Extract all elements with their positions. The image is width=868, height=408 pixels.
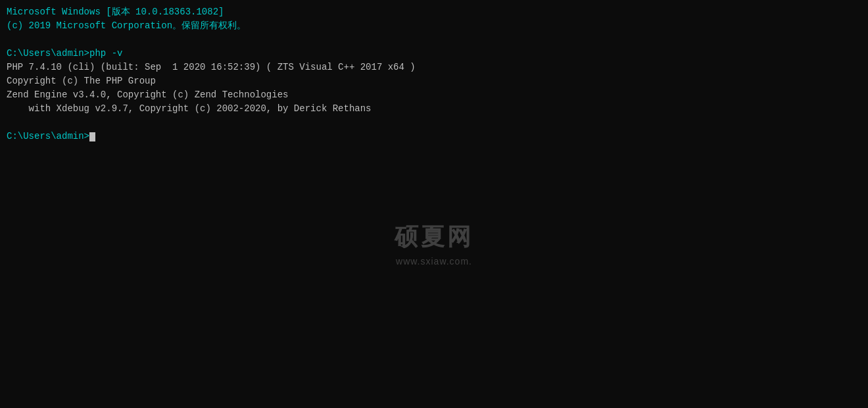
terminal-line-win-copyright: (c) 2019 Microsoft Corporation。保留所有权利。 [7,19,861,33]
terminal-cursor [89,132,95,141]
terminal-line-prompt: C:\Users\admin> [7,130,861,143]
watermark-title: 硕夏网 [395,221,473,253]
terminal-line-php-command: C:\Users\admin>php -v [7,47,861,61]
watermark-url: www.sxiaw.com. [395,256,473,267]
watermark: 硕夏网 www.sxiaw.com. [395,221,473,267]
terminal-line-xdebug: with Xdebug v2.9.7, Copyright (c) 2002-2… [7,102,861,116]
terminal-line-php-version: PHP 7.4.10 (cli) (built: Sep 1 2020 16:5… [7,61,861,74]
terminal-line-empty2 [7,116,861,130]
terminal-window[interactable]: Microsoft Windows [版本 10.0.18363.1082](c… [0,0,868,408]
terminal-output: Microsoft Windows [版本 10.0.18363.1082](c… [7,5,861,143]
terminal-line-win-version: Microsoft Windows [版本 10.0.18363.1082] [7,5,861,19]
terminal-line-zend-engine: Zend Engine v3.4.0, Copyright (c) Zend T… [7,88,861,102]
terminal-line-empty1 [7,33,861,47]
terminal-line-php-copyright: Copyright (c) The PHP Group [7,74,861,88]
